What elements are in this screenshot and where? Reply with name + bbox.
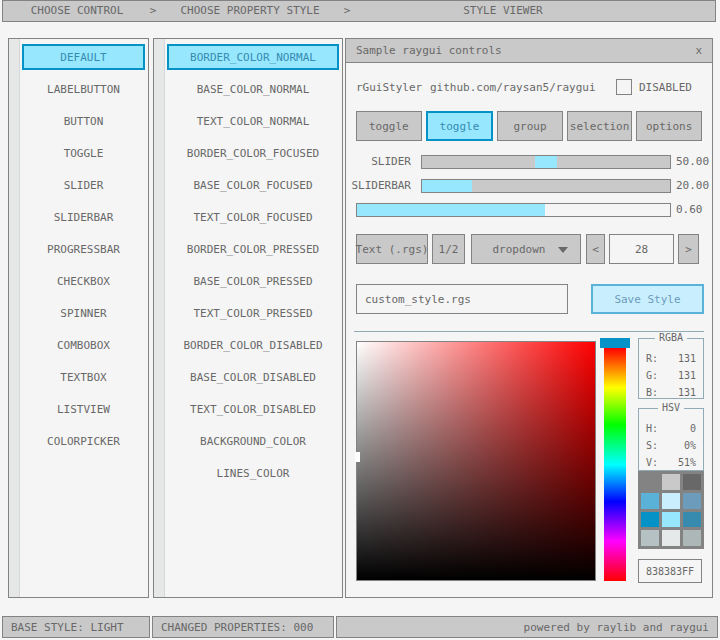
swatch-text-pressed[interactable] [683, 512, 701, 528]
swatch-base-focused[interactable] [662, 493, 680, 509]
b-value: 131 [678, 387, 696, 398]
repo-link[interactable]: github.com/raysan5/raygui [430, 81, 596, 94]
controls-list-scrollbar[interactable] [9, 39, 20, 597]
swatch-base-disabled[interactable] [662, 530, 680, 546]
sliderbar-fill [422, 180, 472, 192]
control-item-spinner[interactable]: SPINNER [22, 297, 145, 329]
app-name-label: rGuiStyler [356, 81, 422, 94]
progressbar-value: 0.60 [676, 203, 703, 217]
control-item-sliderbar[interactable]: SLIDERBAR [22, 201, 145, 233]
spinner-value-box[interactable]: 28 [609, 234, 674, 264]
property-item-text-color-pressed[interactable]: TEXT_COLOR_PRESSED [167, 297, 339, 329]
property-item-lines-color[interactable]: LINES_COLOR [167, 457, 339, 489]
dropdown-label: dropdown [493, 243, 546, 256]
half-button[interactable]: 1/2 [432, 234, 465, 264]
h-label: H: [646, 423, 658, 434]
powered-by-label: powered by raylib and raygui [524, 621, 709, 634]
slider-value: 50.00 [676, 155, 709, 169]
property-item-base-color-focused[interactable]: BASE_COLOR_FOCUSED [167, 169, 339, 201]
dropdown-button[interactable]: dropdown [471, 234, 581, 264]
swatch-border-disabled[interactable] [641, 530, 659, 546]
color-picker-sv-area[interactable] [356, 341, 596, 581]
g-label: G: [646, 370, 658, 381]
control-item-slider[interactable]: SLIDER [22, 169, 145, 201]
control-item-colorpicker[interactable]: COLORPICKER [22, 425, 145, 457]
property-item-base-color-disabled[interactable]: BASE_COLOR_DISABLED [167, 361, 339, 393]
hsv-row-s: S: 0% [639, 437, 703, 454]
swatch-base-normal[interactable] [662, 474, 680, 490]
rgba-row-b: B: 131 [639, 384, 703, 401]
b-label: B: [646, 387, 658, 398]
progressbar-fill [357, 204, 545, 216]
disabled-label: DISABLED [639, 81, 692, 94]
hsv-groupbox: HSV H: 0 S: 0% V: 51% [638, 408, 704, 471]
toggle-button-3[interactable]: group [497, 111, 563, 141]
property-item-text-color-focused[interactable]: TEXT_COLOR_FOCUSED [167, 201, 339, 233]
toggle-button-5[interactable]: options [636, 111, 702, 141]
control-item-button[interactable]: BUTTON [22, 105, 145, 137]
close-icon[interactable]: x [695, 44, 702, 57]
property-item-text-color-disabled[interactable]: TEXT_COLOR_DISABLED [167, 393, 339, 425]
slider-label: SLIDER [346, 155, 411, 169]
control-item-textbox[interactable]: TEXTBOX [22, 361, 145, 393]
swatch-border-normal[interactable] [641, 474, 659, 490]
control-item-combobox[interactable]: COMBOBOX [22, 329, 145, 361]
property-item-text-color-normal[interactable]: TEXT_COLOR_NORMAL [167, 105, 339, 137]
spinner-increment-button[interactable]: > [678, 234, 699, 264]
swatch-border-focused[interactable] [641, 493, 659, 509]
slider-handle[interactable] [535, 156, 557, 168]
swatch-text-disabled[interactable] [683, 530, 701, 546]
sliderbar-track[interactable] [421, 179, 671, 193]
changed-properties-label: CHANGED PROPERTIES: 000 [161, 621, 313, 634]
property-item-border-color-pressed[interactable]: BORDER_COLOR_PRESSED [167, 233, 339, 265]
g-value: 131 [678, 370, 696, 381]
toggle-button-1[interactable]: toggle [356, 111, 422, 141]
swatch-base-pressed[interactable] [662, 512, 680, 528]
save-style-button[interactable]: Save Style [591, 284, 704, 314]
spinner-decrement-button[interactable]: < [586, 234, 605, 264]
control-item-toggle[interactable]: TOGGLE [22, 137, 145, 169]
property-item-base-color-normal[interactable]: BASE_COLOR_NORMAL [167, 73, 339, 105]
control-item-labelbutton[interactable]: LABELBUTTON [22, 73, 145, 105]
window-titlebar[interactable]: Sample raygui controls x [346, 39, 712, 63]
hsv-row-v: V: 51% [639, 454, 703, 471]
style-viewer-window: Sample raygui controls x rGuiStyler gith… [345, 38, 713, 598]
filename-input[interactable]: custom_style.rgs [356, 284, 568, 314]
control-item-listview[interactable]: LISTVIEW [22, 393, 145, 425]
swatch-text-normal[interactable] [683, 474, 701, 490]
sliderbar-label: SLIDERBAR [346, 179, 411, 193]
color-picker-marker[interactable] [355, 452, 360, 462]
hex-color-value-box[interactable]: 838383FF [638, 559, 702, 583]
toggle-button-4[interactable]: selection [567, 111, 633, 141]
rgba-row-g: G: 131 [639, 367, 703, 384]
hue-slider-handle[interactable] [600, 338, 630, 348]
progressbar-track [356, 203, 671, 217]
property-item-border-color-normal[interactable]: BORDER_COLOR_NORMAL [167, 44, 339, 70]
breadcrumb-separator-icon: > [145, 1, 161, 21]
property-item-border-color-focused[interactable]: BORDER_COLOR_FOCUSED [167, 137, 339, 169]
hue-bar[interactable] [604, 348, 626, 581]
swatch-border-pressed[interactable] [641, 512, 659, 528]
control-item-default[interactable]: DEFAULT [22, 44, 145, 70]
slider-track[interactable] [421, 155, 671, 169]
breadcrumb-separator-icon: > [339, 1, 355, 21]
hsv-group-title: HSV [658, 402, 684, 413]
r-value: 131 [678, 353, 696, 364]
v-label: V: [646, 457, 658, 468]
text-rgs-button[interactable]: Text (.rgs) [356, 234, 428, 264]
swatch-text-focused[interactable] [683, 493, 701, 509]
base-style-label: BASE STYLE: LIGHT [11, 621, 124, 634]
disabled-checkbox[interactable] [616, 79, 632, 95]
property-item-border-color-disabled[interactable]: BORDER_COLOR_DISABLED [167, 329, 339, 361]
property-item-background-color[interactable]: BACKGROUND_COLOR [167, 425, 339, 457]
control-item-progressbar[interactable]: PROGRESSBAR [22, 233, 145, 265]
statusbar-base-style: BASE STYLE: LIGHT [2, 616, 150, 638]
h-value: 0 [690, 423, 696, 434]
sliderbar-value: 20.00 [676, 179, 709, 193]
property-item-base-color-pressed[interactable]: BASE_COLOR_PRESSED [167, 265, 339, 297]
breadcrumb-choose-property-style: CHOOSE PROPERTY STYLE [161, 1, 339, 21]
control-item-checkbox[interactable]: CHECKBOX [22, 265, 145, 297]
toggle-button-2-active[interactable]: toggle [426, 111, 494, 141]
properties-list-scrollbar[interactable] [154, 39, 165, 597]
statusbar-changed-properties: CHANGED PROPERTIES: 000 [152, 616, 334, 638]
